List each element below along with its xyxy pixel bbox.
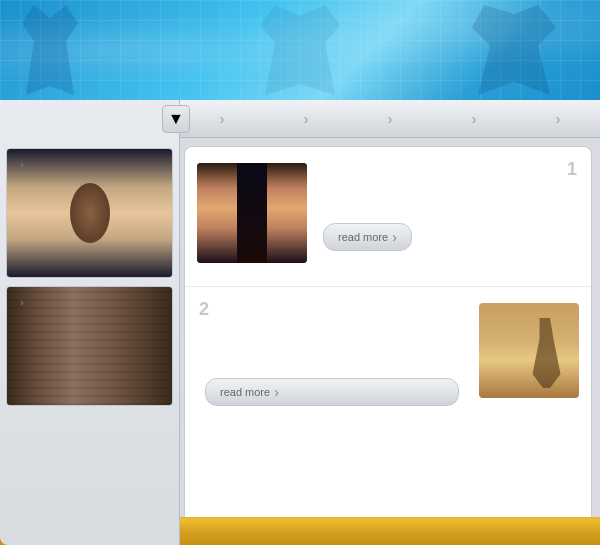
nav-item-4[interactable] [442,111,506,127]
main-wrapper: › › ▼ 1 read more [0,100,600,545]
card-1: 1 read more [185,147,591,287]
sidebar: › › [0,100,180,545]
sidebar-item-2[interactable]: › [6,286,173,406]
sidebar-corridor-image [7,287,172,405]
card-2: 2 read more [185,287,591,427]
sidebar-chevron-1: › [15,157,29,171]
nav-item-3[interactable] [358,111,422,127]
content-inner: 1 read more 2 read more [184,146,592,545]
sidebar-chevron-2: › [15,295,29,309]
card-1-number: 1 [567,159,577,180]
nav-item-2[interactable] [274,111,338,127]
runner-visual [479,303,579,398]
read-more-button-1[interactable]: read more [323,223,412,251]
card-2-number: 2 [199,299,209,320]
nav-bar: ▼ [180,100,600,138]
card-1-content: read more [323,163,579,251]
card-2-image [479,303,579,398]
header-banner [0,0,600,100]
nav-item-5[interactable] [526,111,590,127]
nav-chevron-left[interactable]: ▼ [162,105,190,133]
sidebar-tunnel-image [7,149,172,277]
tunnel-card-visual [197,163,307,263]
read-more-button-2[interactable]: read more [205,378,459,406]
content-area: 1 read more 2 read more [180,138,600,545]
card-1-image [197,163,307,263]
sidebar-item-1[interactable]: › [6,148,173,278]
nav-item-1[interactable] [190,111,254,127]
